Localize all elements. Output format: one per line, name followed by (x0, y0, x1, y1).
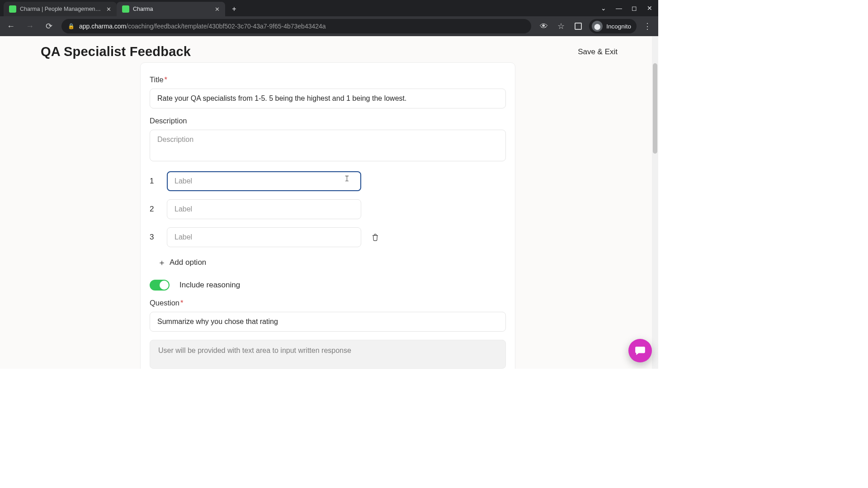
plus-icon: ＋ (158, 257, 166, 268)
chat-bubble-button[interactable] (628, 339, 652, 362)
save-exit-button[interactable]: Save & Exit (578, 47, 618, 56)
toggle-knob (160, 281, 169, 290)
tab-charma[interactable]: Charma ✕ (117, 2, 225, 16)
question-label-text: Question (150, 299, 179, 307)
scrollbar-thumb[interactable] (653, 63, 657, 154)
tab-strip: Charma | People Management S ✕ Charma ✕ … (0, 0, 658, 16)
url-field[interactable]: 🔒 app.charma.com/coaching/feedback/templ… (61, 19, 531, 33)
title-label-text: Title (150, 75, 164, 84)
window-close-button[interactable]: ✕ (643, 1, 656, 15)
include-reasoning-toggle[interactable] (150, 280, 170, 291)
required-marker: * (180, 299, 183, 307)
include-reasoning-row: Include reasoning (150, 280, 506, 291)
url-text: app.charma.com/coaching/feedback/templat… (79, 23, 326, 30)
option-number: 2 (150, 205, 158, 214)
minimize-button[interactable]: — (612, 1, 626, 15)
browser-chrome: Charma | People Management S ✕ Charma ✕ … (0, 0, 658, 36)
incognito-chip[interactable]: ⬤ Incognito (589, 19, 637, 33)
response-area-readonly: User will be provided with text area to … (150, 340, 506, 369)
maximize-button[interactable]: ◻ (627, 1, 641, 15)
incognito-avatar-icon: ⬤ (592, 21, 603, 32)
tab-people-management[interactable]: Charma | People Management S ✕ (4, 2, 117, 16)
add-option-button[interactable]: ＋ Add option (150, 255, 207, 270)
window-controls: ⌄ — ◻ ✕ (597, 0, 656, 16)
address-bar: ← → ⟳ 🔒 app.charma.com/coaching/feedback… (0, 16, 658, 36)
url-path: /coaching/feedback/template/430bf502-3c7… (126, 23, 326, 30)
new-tab-button[interactable]: + (228, 3, 241, 15)
title-block: Title* (150, 75, 506, 108)
close-icon[interactable]: ✕ (213, 5, 221, 13)
page: QA Specialist Feedback Save & Exit Title… (0, 36, 658, 369)
trash-icon[interactable] (370, 232, 380, 242)
kebab-menu-icon[interactable]: ⋮ (641, 20, 654, 33)
option-number: 1 (150, 177, 158, 186)
description-input[interactable] (150, 130, 506, 161)
option-row: 3 (150, 227, 506, 247)
url-host: app.charma.com (79, 23, 126, 30)
option-label-input[interactable] (167, 199, 361, 219)
lock-icon: 🔒 (68, 23, 75, 29)
eye-off-icon[interactable]: 👁 (538, 20, 550, 33)
title-label: Title* (150, 75, 506, 84)
close-icon[interactable]: ✕ (105, 5, 112, 13)
question-label: Question* (150, 299, 506, 307)
incognito-label: Incognito (606, 23, 631, 30)
add-option-label: Add option (170, 258, 206, 267)
nav-back-button[interactable]: ← (5, 20, 17, 33)
reload-button[interactable]: ⟳ (42, 20, 55, 33)
favicon-icon (122, 5, 129, 13)
page-header: QA Specialist Feedback Save & Exit (0, 36, 658, 65)
option-number: 3 (150, 233, 158, 242)
tab-title: Charma | People Management S (20, 6, 101, 12)
question-block: Question* (150, 299, 506, 332)
star-icon[interactable]: ☆ (555, 20, 567, 33)
chat-icon (634, 345, 646, 357)
question-input[interactable] (150, 312, 506, 332)
form-card: Title* Description 1 2 3 (140, 62, 515, 369)
include-reasoning-label: Include reasoning (179, 281, 240, 290)
options-list: 1 2 3 𝙸 ＋ Add option (150, 171, 506, 270)
nav-forward-button[interactable]: → (24, 20, 36, 33)
tab-title: Charma (133, 6, 210, 12)
extensions-icon[interactable] (572, 20, 585, 33)
description-block: Description (150, 117, 506, 163)
required-marker: * (165, 75, 167, 84)
title-input[interactable] (150, 89, 506, 108)
scrollbar[interactable] (652, 36, 658, 369)
favicon-icon (9, 5, 16, 13)
option-label-input[interactable] (167, 171, 361, 191)
option-row: 2 (150, 199, 506, 219)
option-label-input[interactable] (167, 227, 361, 247)
chevron-down-icon[interactable]: ⌄ (597, 1, 610, 15)
description-label: Description (150, 117, 506, 125)
page-title: QA Specialist Feedback (41, 44, 191, 59)
option-row: 1 (150, 171, 506, 191)
